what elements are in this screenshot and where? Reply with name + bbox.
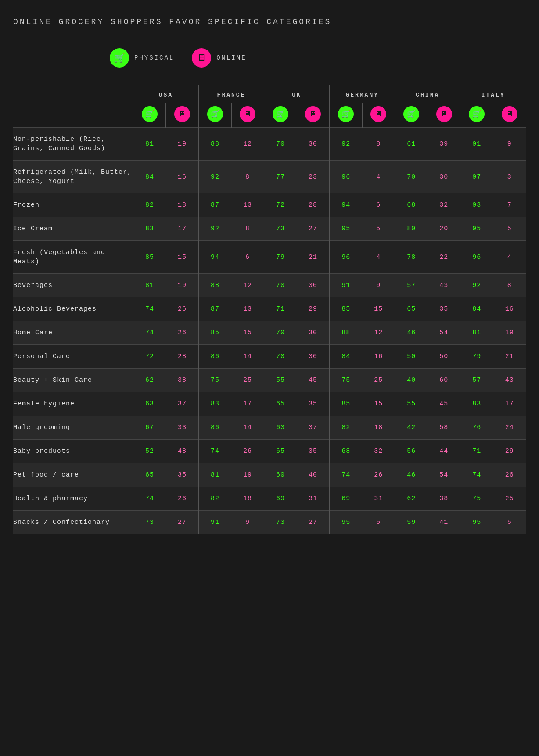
italy-physical-value: 76	[460, 416, 493, 440]
china-physical-value: 46	[395, 321, 428, 345]
category-cell: Pet food / care	[13, 463, 133, 487]
usa-physical-value: 72	[133, 345, 166, 369]
uk-physical-value: 70	[264, 345, 297, 369]
italy-online-value: 9	[493, 128, 526, 161]
france-online-value: 14	[231, 416, 264, 440]
china-online-value: 35	[428, 297, 460, 321]
germany-physical-value: 74	[330, 463, 363, 487]
france-online-value: 15	[231, 321, 264, 345]
table-row: Refrigerated (Milk, Butter, Cheese, Yogu…	[13, 161, 526, 193]
uk-physical-value: 72	[264, 193, 297, 217]
uk-online-value: 21	[297, 241, 330, 274]
uk-physical-value: 65	[264, 440, 297, 463]
icons-header-row: 🛒 🖥 🛒 🖥 🛒	[13, 103, 526, 128]
france-online-value: 25	[231, 369, 264, 392]
usa-physical-icon: 🛒	[142, 106, 158, 122]
china-online-value: 32	[428, 193, 460, 217]
france-physical-value: 83	[198, 392, 231, 416]
china-online-value: 50	[428, 345, 460, 369]
italy-physical-value: 57	[460, 369, 493, 392]
china-online-icon: 🖥	[436, 106, 452, 122]
germany-online-value: 15	[362, 297, 395, 321]
table-row: Baby products524874266535683256447129	[13, 440, 526, 463]
usa-online-icon: 🖥	[174, 106, 190, 122]
usa-online-value: 35	[166, 463, 199, 487]
category-cell: Frozen	[13, 193, 133, 217]
france-online-value: 13	[231, 297, 264, 321]
uk-online-icon: 🖥	[305, 106, 321, 122]
usa-physical-value: 82	[133, 193, 166, 217]
china-online-value: 54	[428, 463, 460, 487]
germany-physical-value: 85	[330, 297, 363, 321]
china-online-value: 58	[428, 416, 460, 440]
uk-online-value: 29	[297, 297, 330, 321]
germany-physical-value: 85	[330, 392, 363, 416]
table-row: Alcoholic Beverages742687137129851565358…	[13, 297, 526, 321]
italy-physical-value: 84	[460, 297, 493, 321]
category-cell: Non-perishable (Rice, Grains, Canned Goo…	[13, 128, 133, 161]
france-physical-value: 86	[198, 345, 231, 369]
italy-online-value: 7	[493, 193, 526, 217]
table-row: Snacks / Confectionary732791973279555941…	[13, 511, 526, 534]
france-physical-icon-cell: 🛒	[198, 103, 231, 128]
china-online-value: 39	[428, 128, 460, 161]
online-label: ONLINE	[216, 54, 246, 61]
uk-online-value: 40	[297, 463, 330, 487]
france-online-icon: 🖥	[240, 106, 255, 122]
germany-online-value: 4	[362, 241, 395, 274]
usa-physical-value: 74	[133, 487, 166, 511]
uk-online-value: 45	[297, 369, 330, 392]
usa-online-value: 28	[166, 345, 199, 369]
uk-online-value: 30	[297, 128, 330, 161]
germany-online-value: 9	[362, 274, 395, 297]
country-uk: UK	[264, 85, 330, 103]
category-cell: Health & pharmacy	[13, 487, 133, 511]
uk-online-value: 30	[297, 345, 330, 369]
uk-physical-value: 70	[264, 128, 297, 161]
italy-online-value: 8	[493, 274, 526, 297]
uk-physical-value: 77	[264, 161, 297, 193]
usa-online-value: 17	[166, 217, 199, 241]
germany-physical-icon-cell: 🛒	[330, 103, 363, 128]
france-physical-icon: 🛒	[207, 106, 223, 122]
category-cell: Personal Care	[13, 345, 133, 369]
uk-online-value: 30	[297, 274, 330, 297]
usa-online-value: 26	[166, 487, 199, 511]
italy-online-value: 17	[493, 392, 526, 416]
icons-header-empty	[13, 103, 133, 128]
italy-physical-value: 79	[460, 345, 493, 369]
france-online-icon-cell: 🖥	[231, 103, 264, 128]
italy-online-value: 43	[493, 369, 526, 392]
usa-online-value: 16	[166, 161, 199, 193]
germany-online-value: 4	[362, 161, 395, 193]
country-usa: USA	[133, 85, 198, 103]
china-physical-value: 42	[395, 416, 428, 440]
italy-physical-value: 93	[460, 193, 493, 217]
china-physical-value: 78	[395, 241, 428, 274]
france-online-value: 19	[231, 463, 264, 487]
usa-physical-value: 52	[133, 440, 166, 463]
china-physical-value: 65	[395, 297, 428, 321]
italy-physical-icon: 🛒	[469, 106, 485, 122]
france-physical-value: 87	[198, 193, 231, 217]
china-online-icon-cell: 🖥	[428, 103, 460, 128]
china-physical-value: 50	[395, 345, 428, 369]
germany-online-value: 16	[362, 345, 395, 369]
usa-online-value: 26	[166, 321, 199, 345]
italy-physical-value: 71	[460, 440, 493, 463]
germany-physical-value: 88	[330, 321, 363, 345]
france-online-value: 26	[231, 440, 264, 463]
france-online-value: 8	[231, 217, 264, 241]
italy-online-value: 19	[493, 321, 526, 345]
italy-physical-value: 81	[460, 321, 493, 345]
france-online-value: 8	[231, 161, 264, 193]
online-icon: 🖥	[192, 48, 211, 68]
germany-online-value: 6	[362, 193, 395, 217]
italy-online-value: 25	[493, 487, 526, 511]
uk-physical-value: 73	[264, 217, 297, 241]
germany-online-value: 25	[362, 369, 395, 392]
china-physical-value: 68	[395, 193, 428, 217]
uk-physical-value: 79	[264, 241, 297, 274]
usa-physical-value: 85	[133, 241, 166, 274]
uk-physical-value: 70	[264, 274, 297, 297]
